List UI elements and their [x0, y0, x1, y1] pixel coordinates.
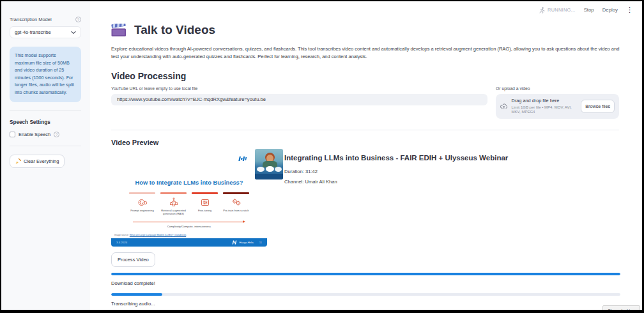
- help-icon[interactable]: ?: [75, 17, 81, 22]
- video-processing-heading: Video Processing: [111, 71, 619, 81]
- transcription-model-select[interactable]: gpt-4o-transcribe: [10, 26, 81, 38]
- image-source: Image source: What are Large Language Mo…: [114, 234, 186, 236]
- section-divider: [111, 130, 619, 130]
- broom-icon: [15, 158, 21, 164]
- prompt-engineering-icon: [137, 197, 148, 208]
- page-description: Explore educational videos through AI-po…: [111, 45, 622, 61]
- column-bar: [160, 192, 187, 194]
- run-status: RUNNING...: [539, 7, 576, 13]
- column-bar: [223, 192, 249, 194]
- chevron-down-icon: [71, 31, 76, 34]
- slide-column: Prompt engineering: [129, 192, 155, 216]
- video-preview-heading: Video Preview: [111, 139, 619, 146]
- video-title: Integrating LLMs into Business - FAIR ED…: [284, 154, 508, 162]
- fine-tuning-icon: [200, 197, 210, 208]
- sidebar: Transcription Model ? gpt-4o-transcribe …: [1, 1, 89, 310]
- haaga-helia-logo-icon: [232, 240, 238, 245]
- complexity-arrow: [133, 220, 245, 224]
- column-bar: [192, 192, 218, 194]
- deploy-button[interactable]: Deploy: [602, 7, 618, 13]
- video-duration: Duration: 31:42: [284, 169, 508, 174]
- download-progress-bar: [111, 273, 620, 275]
- page-title: Talk to Videos: [134, 23, 215, 37]
- dropzone-limit: Limit 1GB per file • MP4, MOV, AVI, MKV,…: [512, 105, 578, 114]
- brand-name: Haaga-Helia: [240, 241, 254, 244]
- slide-frame: How to Integrate LLMs into Business? Pro…: [111, 153, 267, 238]
- transcribe-status: Transcribing audio...: [111, 301, 619, 307]
- overflow-menu-icon[interactable]: ⋮: [626, 6, 633, 13]
- slide-date: 3.4.2024: [116, 241, 127, 244]
- clear-everything-label: Clear Everything: [24, 158, 59, 164]
- slide-column: Fine-tuning: [192, 192, 218, 216]
- column-bar: [129, 192, 155, 194]
- model-selected-value: gpt-4o-transcribe: [15, 29, 51, 35]
- haaga-helia-logo: [237, 152, 250, 165]
- slide-footer: 3.4.2024 Haaga-Helia 11: [111, 238, 267, 247]
- dropzone-title: Drag and drop file here: [512, 98, 578, 104]
- file-dropzone[interactable]: Drag and drop file here Limit 1GB per fi…: [496, 94, 619, 119]
- slide-column: Retrieval augmented generation (RAG): [160, 192, 187, 216]
- rag-icon: [169, 197, 179, 208]
- clapperboard-icon: [111, 24, 127, 37]
- help-icon[interactable]: ?: [54, 132, 59, 137]
- pre-train-icon: [231, 197, 241, 208]
- running-man-icon: [539, 7, 545, 13]
- column-label: Retrieval augmented generation (RAG): [160, 209, 187, 216]
- model-info-box: This model supports maximum file size of…: [10, 47, 81, 102]
- video-player[interactable]: How to Integrate LLMs into Business? Pro…: [111, 153, 267, 247]
- app-window: Transcription Model ? gpt-4o-transcribe …: [0, 0, 644, 313]
- video-info: Integrating LLMs into Business - FAIR ED…: [284, 153, 508, 247]
- main-content: Talk to Videos Explore educational video…: [89, 1, 642, 310]
- download-status: Download complete!: [111, 280, 619, 286]
- run-status-label: RUNNING...: [548, 7, 576, 13]
- slide-columns: Prompt engineering Retrieval a: [111, 192, 267, 216]
- brand-lockup: Haaga-Helia: [232, 240, 254, 245]
- app-toolbar: RUNNING... Stop Deploy ⋮: [539, 6, 633, 13]
- column-label: Pre-train from scratch: [223, 209, 249, 212]
- upload-label: Or upload a video: [496, 86, 619, 91]
- speaker-webcam: [255, 149, 283, 179]
- source-prefix: Image source:: [114, 234, 130, 236]
- source-link[interactable]: What are Large Language Models (LLMs)? |…: [130, 234, 186, 236]
- cloud-upload-icon: [500, 102, 508, 110]
- youtube-url-input[interactable]: https://www.youtube.com/watch?v=BJC-mqdR…: [111, 94, 487, 105]
- sidebar-divider: [10, 146, 81, 146]
- enable-speech-label: Enable Speech: [19, 132, 50, 137]
- browse-files-button[interactable]: Browse files: [581, 100, 615, 113]
- arrow-caption: Complexity/Compute- intensiveness: [111, 225, 267, 228]
- youtube-url-label: YouTube URL or leave empty to use local …: [111, 86, 487, 91]
- column-label: Fine-tuning: [192, 209, 218, 212]
- slide-title: How to Integrate LLMs into Business?: [111, 179, 267, 186]
- slide-column: Pre-train from scratch: [223, 192, 249, 216]
- clear-everything-button[interactable]: Clear Everything: [10, 155, 65, 168]
- sidebar-divider: [10, 111, 81, 111]
- process-video-button[interactable]: Process Video: [111, 252, 155, 267]
- speech-settings-heading: Speech Settings: [10, 119, 81, 125]
- video-channel: Channel: Umair Ali Khan: [284, 179, 508, 185]
- model-label: Transcription Model: [10, 17, 52, 22]
- transcribe-progress-bar: [111, 293, 620, 296]
- stop-button[interactable]: Stop: [584, 7, 594, 13]
- enable-speech-checkbox[interactable]: [10, 132, 15, 137]
- show-desktop-tooltip: Show desktop: [602, 305, 640, 313]
- slide-page-number: 11: [259, 241, 262, 244]
- column-label: Prompt engineering: [129, 209, 155, 212]
